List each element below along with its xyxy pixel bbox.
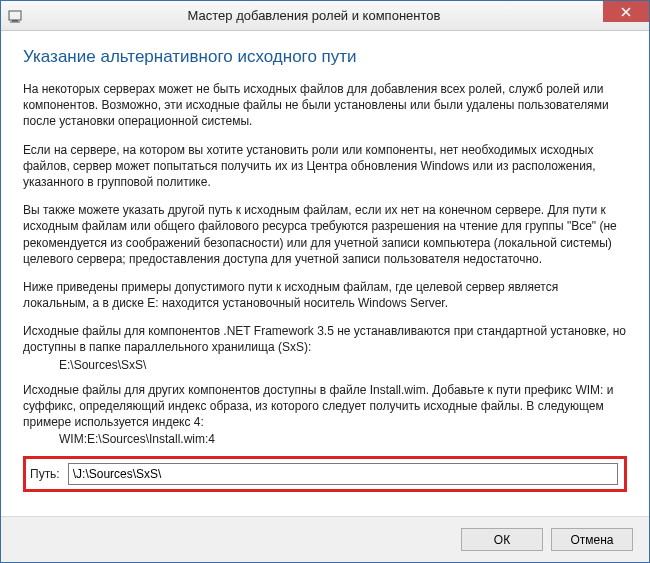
paragraph-wu: Если на сервере, на котором вы хотите ус… [23,142,627,191]
svg-rect-2 [10,21,20,22]
dialog-window: Мастер добавления ролей и компонентов Ук… [0,0,650,563]
dialog-content: Указание альтернативного исходного пути … [1,31,649,516]
paragraph-sxs: Исходные файлы для компонентов .NET Fram… [23,323,627,355]
svg-rect-0 [9,11,21,20]
ok-button[interactable]: ОК [461,528,543,551]
close-button[interactable] [603,1,649,22]
path-input[interactable] [68,463,618,485]
paragraph-intro: На некоторых серверах может не быть исхо… [23,81,627,130]
example-path-wim: WIM:E:\Sources\Install.wim:4 [23,432,627,446]
button-bar: ОК Отмена [1,516,649,562]
example-path-sxs: E:\Sources\SxS\ [23,358,627,372]
system-icon [1,8,29,24]
cancel-button[interactable]: Отмена [551,528,633,551]
titlebar: Мастер добавления ролей и компонентов [1,1,649,31]
path-label: Путь: [30,467,60,481]
path-row: Путь: [23,456,627,492]
close-icon [621,7,631,17]
window-title: Мастер добавления ролей и компонентов [29,8,649,23]
paragraph-wim: Исходные файлы для других компонентов до… [23,382,627,431]
svg-rect-1 [12,20,18,22]
paragraph-examples-intro: Ниже приведены примеры допустимого пути … [23,279,627,311]
page-heading: Указание альтернативного исходного пути [23,47,627,67]
paragraph-perms: Вы также можете указать другой путь к ис… [23,202,627,267]
